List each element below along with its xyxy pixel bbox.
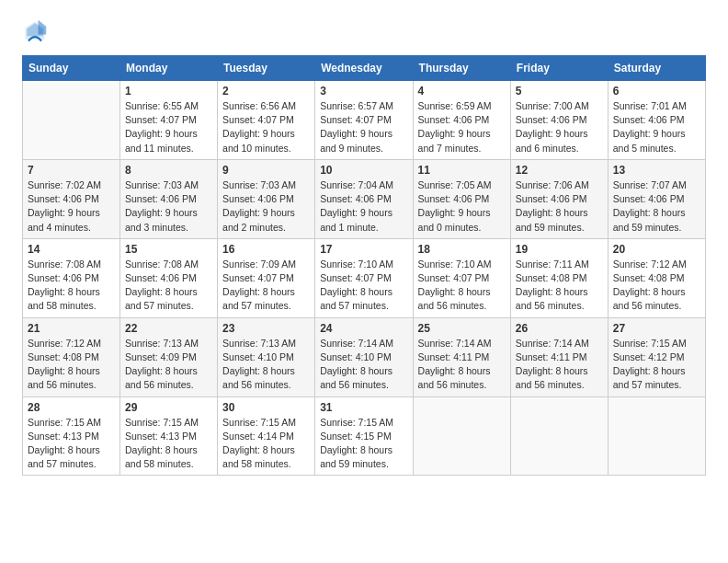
logo-icon: [22, 18, 48, 44]
calendar-cell: 19Sunrise: 7:11 AM Sunset: 4:08 PM Dayli…: [510, 238, 608, 317]
day-number: 20: [613, 243, 700, 256]
day-info: Sunrise: 7:10 AM Sunset: 4:07 PM Dayligh…: [418, 258, 506, 314]
calendar-cell: [23, 81, 120, 160]
day-info: Sunrise: 7:12 AM Sunset: 4:08 PM Dayligh…: [28, 337, 115, 393]
day-number: 12: [516, 164, 603, 177]
calendar-cell: 17Sunrise: 7:10 AM Sunset: 4:07 PM Dayli…: [315, 238, 413, 317]
calendar-cell: 24Sunrise: 7:14 AM Sunset: 4:10 PM Dayli…: [315, 317, 413, 396]
col-header-monday: Monday: [120, 56, 218, 81]
calendar-cell: 30Sunrise: 7:15 AM Sunset: 4:14 PM Dayli…: [218, 396, 315, 476]
calendar-cell: 8Sunrise: 7:03 AM Sunset: 4:06 PM Daylig…: [120, 159, 218, 238]
day-info: Sunrise: 7:03 AM Sunset: 4:06 PM Dayligh…: [125, 178, 212, 235]
day-number: 26: [516, 322, 603, 335]
calendar-cell: 5Sunrise: 7:00 AM Sunset: 4:06 PM Daylig…: [510, 81, 608, 160]
day-number: 8: [125, 164, 212, 177]
day-info: Sunrise: 7:09 AM Sunset: 4:07 PM Dayligh…: [222, 258, 310, 314]
day-number: 1: [125, 85, 212, 98]
day-number: 4: [418, 85, 506, 98]
day-number: 22: [125, 322, 212, 335]
day-info: Sunrise: 7:08 AM Sunset: 4:06 PM Dayligh…: [125, 258, 212, 314]
calendar-cell: 7Sunrise: 7:02 AM Sunset: 4:06 PM Daylig…: [23, 159, 120, 238]
day-number: 28: [28, 401, 115, 414]
day-number: 19: [516, 243, 603, 256]
calendar-cell: 3Sunrise: 6:57 AM Sunset: 4:07 PM Daylig…: [315, 81, 413, 160]
day-info: Sunrise: 7:04 AM Sunset: 4:06 PM Dayligh…: [320, 178, 407, 235]
calendar-table: SundayMondayTuesdayWednesdayThursdayFrid…: [22, 55, 706, 476]
day-info: Sunrise: 7:12 AM Sunset: 4:08 PM Dayligh…: [613, 258, 700, 314]
day-info: Sunrise: 7:15 AM Sunset: 4:13 PM Dayligh…: [125, 416, 212, 472]
day-number: 6: [613, 85, 700, 98]
day-number: 24: [320, 322, 407, 335]
day-number: 11: [418, 164, 506, 177]
calendar-cell: 13Sunrise: 7:07 AM Sunset: 4:06 PM Dayli…: [608, 159, 705, 238]
calendar-cell: 15Sunrise: 7:08 AM Sunset: 4:06 PM Dayli…: [120, 238, 218, 317]
calendar-cell: 25Sunrise: 7:14 AM Sunset: 4:11 PM Dayli…: [413, 317, 510, 396]
day-number: 17: [320, 243, 407, 256]
calendar-cell: 20Sunrise: 7:12 AM Sunset: 4:08 PM Dayli…: [608, 238, 705, 317]
calendar-cell: 4Sunrise: 6:59 AM Sunset: 4:06 PM Daylig…: [413, 81, 510, 160]
day-info: Sunrise: 6:57 AM Sunset: 4:07 PM Dayligh…: [320, 99, 407, 155]
day-info: Sunrise: 7:03 AM Sunset: 4:06 PM Dayligh…: [222, 178, 310, 235]
calendar-cell: 14Sunrise: 7:08 AM Sunset: 4:06 PM Dayli…: [23, 238, 120, 317]
day-number: 14: [28, 243, 115, 256]
col-header-thursday: Thursday: [413, 56, 510, 81]
day-info: Sunrise: 7:06 AM Sunset: 4:06 PM Dayligh…: [516, 178, 603, 235]
day-number: 27: [613, 322, 700, 335]
calendar-cell: 6Sunrise: 7:01 AM Sunset: 4:06 PM Daylig…: [608, 81, 705, 160]
day-info: Sunrise: 7:08 AM Sunset: 4:06 PM Dayligh…: [28, 258, 115, 314]
day-info: Sunrise: 7:01 AM Sunset: 4:06 PM Dayligh…: [613, 99, 700, 155]
day-info: Sunrise: 6:59 AM Sunset: 4:06 PM Dayligh…: [418, 99, 506, 155]
day-number: 7: [28, 164, 115, 177]
day-number: 21: [28, 322, 115, 335]
day-number: 31: [320, 401, 407, 414]
logo: [22, 18, 51, 44]
day-info: Sunrise: 7:07 AM Sunset: 4:06 PM Dayligh…: [613, 178, 700, 235]
day-info: Sunrise: 7:11 AM Sunset: 4:08 PM Dayligh…: [516, 258, 603, 314]
col-header-tuesday: Tuesday: [218, 56, 315, 81]
calendar-cell: 16Sunrise: 7:09 AM Sunset: 4:07 PM Dayli…: [218, 238, 315, 317]
calendar-cell: 31Sunrise: 7:15 AM Sunset: 4:15 PM Dayli…: [315, 396, 413, 476]
col-header-friday: Friday: [510, 56, 608, 81]
day-info: Sunrise: 6:56 AM Sunset: 4:07 PM Dayligh…: [222, 99, 310, 155]
day-number: 10: [320, 164, 407, 177]
day-number: 9: [222, 164, 310, 177]
day-number: 15: [125, 243, 212, 256]
calendar-cell: 12Sunrise: 7:06 AM Sunset: 4:06 PM Dayli…: [510, 159, 608, 238]
day-number: 13: [613, 164, 700, 177]
day-info: Sunrise: 7:15 AM Sunset: 4:13 PM Dayligh…: [28, 416, 115, 472]
day-info: Sunrise: 6:55 AM Sunset: 4:07 PM Dayligh…: [125, 99, 212, 155]
day-number: 18: [418, 243, 506, 256]
day-info: Sunrise: 7:15 AM Sunset: 4:12 PM Dayligh…: [613, 337, 700, 393]
day-number: 16: [222, 243, 310, 256]
day-info: Sunrise: 7:02 AM Sunset: 4:06 PM Dayligh…: [28, 178, 115, 235]
day-info: Sunrise: 7:05 AM Sunset: 4:06 PM Dayligh…: [418, 178, 506, 235]
calendar-cell: 21Sunrise: 7:12 AM Sunset: 4:08 PM Dayli…: [23, 317, 120, 396]
col-header-sunday: Sunday: [23, 56, 120, 81]
week-row: 21Sunrise: 7:12 AM Sunset: 4:08 PM Dayli…: [23, 317, 706, 396]
calendar-cell: 27Sunrise: 7:15 AM Sunset: 4:12 PM Dayli…: [608, 317, 705, 396]
calendar-cell: 26Sunrise: 7:14 AM Sunset: 4:11 PM Dayli…: [510, 317, 608, 396]
calendar-cell: 28Sunrise: 7:15 AM Sunset: 4:13 PM Dayli…: [23, 396, 120, 476]
week-row: 7Sunrise: 7:02 AM Sunset: 4:06 PM Daylig…: [23, 159, 706, 238]
day-number: 3: [320, 85, 407, 98]
col-header-wednesday: Wednesday: [315, 56, 413, 81]
day-number: 23: [222, 322, 310, 335]
day-info: Sunrise: 7:13 AM Sunset: 4:09 PM Dayligh…: [125, 337, 212, 393]
day-number: 29: [125, 401, 212, 414]
day-info: Sunrise: 7:14 AM Sunset: 4:11 PM Dayligh…: [418, 337, 506, 393]
day-info: Sunrise: 7:14 AM Sunset: 4:10 PM Dayligh…: [320, 337, 407, 393]
calendar-cell: 10Sunrise: 7:04 AM Sunset: 4:06 PM Dayli…: [315, 159, 413, 238]
calendar-cell: 23Sunrise: 7:13 AM Sunset: 4:10 PM Dayli…: [218, 317, 315, 396]
day-number: 2: [222, 85, 310, 98]
calendar-cell: 18Sunrise: 7:10 AM Sunset: 4:07 PM Dayli…: [413, 238, 510, 317]
day-number: 30: [222, 401, 310, 414]
day-number: 5: [516, 85, 603, 98]
calendar-cell: [510, 396, 608, 476]
day-info: Sunrise: 7:15 AM Sunset: 4:15 PM Dayligh…: [320, 416, 407, 472]
calendar-cell: 2Sunrise: 6:56 AM Sunset: 4:07 PM Daylig…: [218, 81, 315, 160]
calendar-cell: [413, 396, 510, 476]
header-row: SundayMondayTuesdayWednesdayThursdayFrid…: [23, 56, 706, 81]
day-info: Sunrise: 7:13 AM Sunset: 4:10 PM Dayligh…: [222, 337, 310, 393]
calendar-cell: 9Sunrise: 7:03 AM Sunset: 4:06 PM Daylig…: [218, 159, 315, 238]
header: [22, 18, 706, 44]
